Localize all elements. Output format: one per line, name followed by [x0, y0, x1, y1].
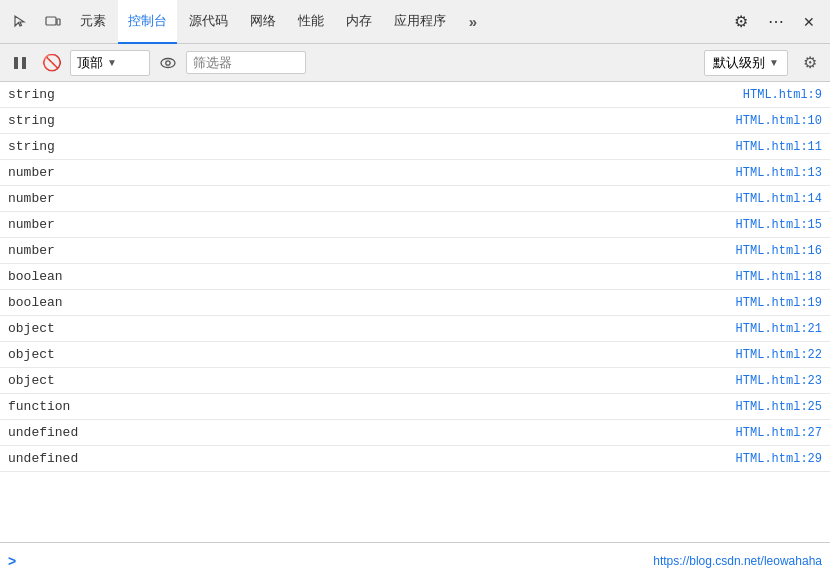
- row-source-link[interactable]: HTML.html:27: [736, 426, 822, 440]
- context-label: 顶部: [77, 54, 103, 72]
- tab-application[interactable]: 应用程序: [384, 0, 456, 44]
- top-toolbar: 元素 控制台 源代码 网络 性能 内存 应用程序 » ⚙ ⋯ ✕: [0, 0, 830, 44]
- device-icon: [45, 14, 61, 30]
- row-source-link[interactable]: HTML.html:18: [736, 270, 822, 284]
- block-btn[interactable]: 🚫: [38, 49, 66, 77]
- console-settings-btn[interactable]: ⚙: [796, 49, 824, 77]
- table-row: stringHTML.html:11: [0, 134, 830, 160]
- row-type-label: undefined: [8, 451, 736, 466]
- table-row: booleanHTML.html:18: [0, 264, 830, 290]
- console-toolbar: 🚫 顶部 ▼ 默认级别 ▼ ⚙: [0, 44, 830, 82]
- cursor-icon-btn[interactable]: [6, 7, 36, 37]
- table-row: undefinedHTML.html:29: [0, 446, 830, 472]
- svg-rect-0: [46, 17, 56, 25]
- row-type-label: number: [8, 191, 736, 206]
- cursor-icon: [13, 14, 29, 30]
- row-type-label: number: [8, 217, 736, 232]
- tab-source[interactable]: 源代码: [179, 0, 238, 44]
- svg-rect-2: [14, 57, 18, 69]
- table-row: numberHTML.html:13: [0, 160, 830, 186]
- table-row: numberHTML.html:15: [0, 212, 830, 238]
- tab-memory[interactable]: 内存: [336, 0, 382, 44]
- table-row: numberHTML.html:16: [0, 238, 830, 264]
- table-row: booleanHTML.html:19: [0, 290, 830, 316]
- row-source-link[interactable]: HTML.html:29: [736, 452, 822, 466]
- row-type-label: string: [8, 113, 736, 128]
- context-selector[interactable]: 顶部 ▼: [70, 50, 150, 76]
- console-input[interactable]: [22, 553, 647, 568]
- log-level-chevron-icon: ▼: [769, 57, 779, 68]
- svg-point-5: [166, 60, 170, 64]
- settings-btn[interactable]: ⚙: [726, 7, 756, 37]
- table-row: objectHTML.html:22: [0, 342, 830, 368]
- row-source-link[interactable]: HTML.html:9: [743, 88, 822, 102]
- row-type-label: number: [8, 243, 736, 258]
- context-chevron-icon: ▼: [107, 57, 117, 68]
- table-row: numberHTML.html:14: [0, 186, 830, 212]
- row-type-label: boolean: [8, 295, 736, 310]
- tab-console[interactable]: 控制台: [118, 0, 177, 44]
- row-type-label: function: [8, 399, 736, 414]
- eye-btn[interactable]: [154, 49, 182, 77]
- play-btn[interactable]: [6, 49, 34, 77]
- row-type-label: undefined: [8, 425, 736, 440]
- console-output: stringHTML.html:9stringHTML.html:10strin…: [0, 82, 830, 542]
- row-type-label: boolean: [8, 269, 736, 284]
- tab-elements[interactable]: 元素: [70, 0, 116, 44]
- more-menu-btn[interactable]: ⋯: [760, 7, 790, 37]
- table-row: stringHTML.html:9: [0, 82, 830, 108]
- log-level-label: 默认级别: [713, 54, 765, 72]
- row-source-link[interactable]: HTML.html:10: [736, 114, 822, 128]
- row-source-link[interactable]: HTML.html:11: [736, 140, 822, 154]
- device-toolbar-btn[interactable]: [38, 7, 68, 37]
- row-source-link[interactable]: HTML.html:23: [736, 374, 822, 388]
- status-link[interactable]: https://blog.csdn.net/leowahaha: [653, 554, 822, 568]
- play-icon: [13, 56, 27, 70]
- row-source-link[interactable]: HTML.html:21: [736, 322, 822, 336]
- row-type-label: object: [8, 373, 736, 388]
- row-source-link[interactable]: HTML.html:14: [736, 192, 822, 206]
- row-source-link[interactable]: HTML.html:22: [736, 348, 822, 362]
- more-tabs-btn[interactable]: »: [458, 7, 488, 37]
- prompt-icon: >: [8, 553, 16, 569]
- row-type-label: string: [8, 139, 736, 154]
- close-btn[interactable]: ✕: [794, 7, 824, 37]
- row-type-label: object: [8, 321, 736, 336]
- svg-rect-1: [57, 19, 60, 25]
- svg-point-4: [161, 58, 175, 67]
- table-row: objectHTML.html:23: [0, 368, 830, 394]
- table-row: functionHTML.html:25: [0, 394, 830, 420]
- row-source-link[interactable]: HTML.html:25: [736, 400, 822, 414]
- toolbar-right-icons: ⚙ ⋯ ✕: [726, 7, 824, 37]
- tab-network[interactable]: 网络: [240, 0, 286, 44]
- row-source-link[interactable]: HTML.html:19: [736, 296, 822, 310]
- table-row: stringHTML.html:10: [0, 108, 830, 134]
- console-input-bar: > https://blog.csdn.net/leowahaha: [0, 542, 830, 578]
- tab-performance[interactable]: 性能: [288, 0, 334, 44]
- svg-rect-3: [22, 57, 26, 69]
- table-row: undefinedHTML.html:27: [0, 420, 830, 446]
- table-row: objectHTML.html:21: [0, 316, 830, 342]
- row-type-label: object: [8, 347, 736, 362]
- row-type-label: string: [8, 87, 743, 102]
- filter-input[interactable]: [186, 51, 306, 74]
- eye-icon: [160, 56, 176, 70]
- row-source-link[interactable]: HTML.html:16: [736, 244, 822, 258]
- row-source-link[interactable]: HTML.html:13: [736, 166, 822, 180]
- row-source-link[interactable]: HTML.html:15: [736, 218, 822, 232]
- log-level-selector[interactable]: 默认级别 ▼: [704, 50, 788, 76]
- row-type-label: number: [8, 165, 736, 180]
